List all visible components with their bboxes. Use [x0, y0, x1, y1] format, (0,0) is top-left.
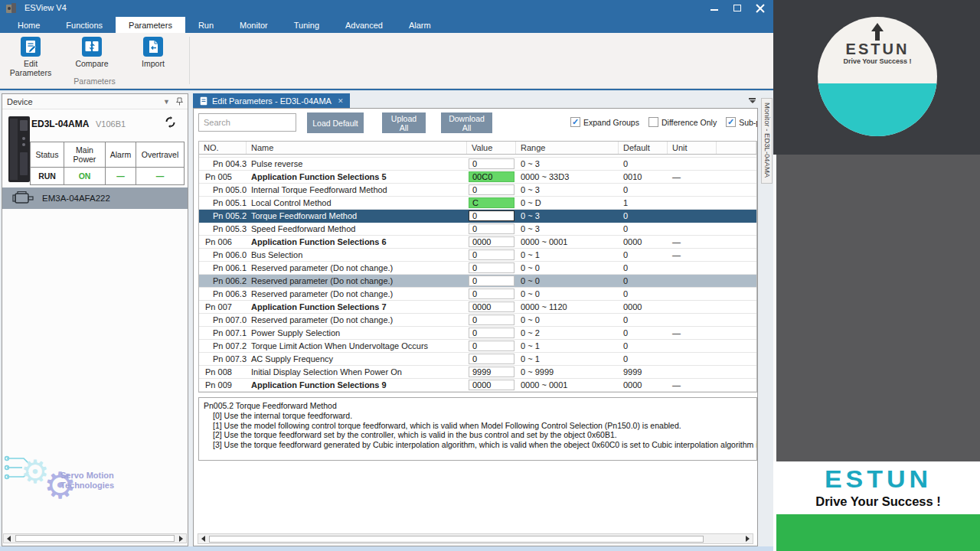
param-range: 0000 ~ 33D3 — [516, 172, 619, 181]
param-value-cell: C — [467, 197, 516, 209]
param-unit: — — [668, 380, 717, 390]
checkbox-unchecked-icon[interactable] — [648, 117, 658, 127]
param-row[interactable]: Pn 007.0Reserved parameter (Do not chang… — [199, 314, 756, 327]
param-value-input[interactable]: 00C0 — [469, 171, 514, 182]
menu-tab-tuning[interactable]: Tuning — [281, 17, 332, 33]
param-row[interactable]: Pn 009Application Function Selections 90… — [199, 379, 756, 392]
checkbox-expand-groups[interactable]: ✓Expand Groups — [570, 117, 639, 127]
param-row[interactable]: Pn 005.1Local Control MethodC0 ~ D1 — [199, 197, 756, 210]
menu-tab-alarm[interactable]: Alarm — [396, 17, 444, 33]
minimize-button[interactable] — [703, 0, 726, 17]
param-value-input[interactable]: 0 — [469, 223, 514, 234]
param-row[interactable]: Pn 007.1Power Supply Selection00 ~ 20— — [199, 327, 756, 340]
column-header: Default — [619, 142, 668, 154]
param-value-input[interactable]: 9999 — [469, 367, 514, 377]
menu-tab-parameters[interactable]: Parameters — [116, 17, 185, 33]
param-name: Application Function Selections 6 — [247, 237, 467, 246]
param-row[interactable]: Pn 007Application Function Selections 70… — [199, 301, 756, 314]
checkbox-difference-only[interactable]: Difference Only — [648, 117, 717, 127]
param-row[interactable]: Pn 006.1Reserved parameter (Do not chang… — [199, 262, 756, 275]
param-value-input[interactable]: 0000 — [469, 302, 514, 312]
sticker-slogan: Drive Your Success ! — [818, 57, 937, 65]
param-row[interactable]: Pn 007.2Torque Limit Action When Undervo… — [199, 340, 756, 353]
param-row[interactable]: Pn 007.3AC Supply Frequency00 ~ 10 — [199, 353, 756, 366]
param-value-input[interactable]: 0 — [469, 184, 514, 195]
param-row[interactable]: Pn 005Application Function Selections 50… — [199, 171, 756, 184]
collapse-icon[interactable]: ▼ — [163, 98, 170, 106]
download-all-button[interactable]: Download All — [441, 112, 492, 133]
menu-tab-monitor[interactable]: Monitor — [227, 17, 281, 33]
menu-tab-home[interactable]: Home — [5, 17, 53, 33]
table-hscrollbar[interactable] — [198, 533, 753, 544]
param-value-input[interactable]: 0 — [469, 249, 514, 260]
status-value-cell: RUN — [31, 168, 64, 184]
checkbox-checked-icon[interactable]: ✓ — [726, 117, 736, 127]
param-value-input[interactable]: 0 — [469, 276, 514, 286]
scroll-right-icon[interactable] — [743, 534, 753, 543]
maximize-button[interactable] — [726, 0, 749, 17]
upload-all-button[interactable]: Upload All — [382, 112, 426, 133]
param-no: Pn 005.1 — [199, 198, 247, 207]
param-value-input[interactable]: 0 — [469, 210, 514, 221]
param-no: Pn 005.0 — [199, 185, 247, 194]
param-value-input[interactable]: 0 — [469, 262, 514, 273]
status-value-cell: — — [136, 168, 184, 184]
pin-icon[interactable] — [176, 97, 183, 106]
status-header-cell: Alarm — [106, 142, 136, 168]
param-row[interactable]: Pn 006Application Function Selections 60… — [199, 236, 756, 249]
editor-tab[interactable]: Edit Parameters - ED3L-04AMA ✕ — [193, 93, 350, 108]
param-value-input[interactable]: 0 — [469, 289, 514, 299]
param-unit: — — [668, 250, 717, 259]
param-row[interactable]: Pn 005.0Internal Torque Feedforward Meth… — [199, 184, 756, 197]
motor-list-item[interactable]: EM3A-04AFA222 — [2, 187, 188, 209]
banner-green-band — [773, 514, 980, 551]
connection-status-icon[interactable] — [164, 116, 177, 129]
param-value-input[interactable]: 0 — [469, 328, 514, 338]
menu-tab-run[interactable]: Run — [185, 17, 227, 33]
param-row[interactable]: Pn 004.3Pulse reverse00 ~ 30 — [199, 158, 756, 171]
param-value-input[interactable]: C — [469, 197, 514, 208]
device-panel-hscrollbar[interactable] — [3, 533, 187, 543]
checkbox-sub-p[interactable]: ✓Sub-p — [726, 117, 757, 127]
param-range: 0 ~ 3 — [516, 159, 619, 168]
scroll-right-icon[interactable] — [176, 534, 186, 543]
scrollbar-thumb[interactable] — [209, 536, 704, 543]
param-value-cell: 0 — [467, 314, 516, 326]
window-controls — [703, 0, 772, 17]
scroll-left-icon[interactable] — [198, 534, 208, 543]
compare-button[interactable]: Compare — [67, 37, 117, 68]
param-value-input[interactable]: 0000 — [469, 236, 514, 247]
param-range: 0 ~ 9999 — [516, 367, 619, 377]
menu-tab-functions[interactable]: Functions — [53, 17, 116, 33]
param-value-input[interactable]: 0 — [469, 158, 514, 169]
param-value-cell: 0 — [467, 249, 516, 261]
search-input[interactable] — [198, 113, 296, 132]
param-value-input[interactable]: 0 — [469, 315, 514, 325]
column-header: Range — [516, 142, 619, 154]
param-value-cell: 0000 — [467, 379, 516, 391]
param-row[interactable]: Pn 005.3Speed Feedforward Method00 ~ 30 — [199, 223, 756, 236]
param-row[interactable]: Pn 006.0Bus Selection00 ~ 10— — [199, 249, 756, 262]
param-default: 0 — [619, 211, 668, 220]
param-value-input[interactable]: 0 — [469, 341, 514, 351]
menu-tab-advanced[interactable]: Advanced — [332, 17, 396, 33]
param-row[interactable]: Pn 006.3Reserved parameter (Do not chang… — [199, 288, 756, 301]
close-button[interactable] — [749, 0, 772, 17]
import-button[interactable]: Import — [128, 37, 178, 68]
load-default-button[interactable]: Load Default — [307, 112, 364, 133]
scrollbar-thumb[interactable] — [15, 535, 175, 542]
param-value-input[interactable]: 0000 — [469, 380, 514, 390]
checkbox-checked-icon[interactable]: ✓ — [570, 117, 580, 127]
window-title: ESView V4 — [24, 3, 67, 12]
param-row[interactable]: Pn 005.2Torque Feedforward Method00 ~ 30 — [199, 210, 756, 223]
edit-parameters-button[interactable]: Edit Parameters — [5, 37, 56, 77]
scroll-left-icon[interactable] — [4, 534, 14, 543]
param-row[interactable]: Pn 008Initial Display Selection When Pow… — [199, 366, 756, 379]
device-model: ED3L-04AMA — [31, 119, 89, 129]
param-row[interactable]: Pn 006.2Reserved parameter (Do not chang… — [199, 275, 756, 288]
param-value-input[interactable]: 0 — [469, 354, 514, 364]
tab-close-icon[interactable]: ✕ — [338, 97, 344, 105]
monitor-side-tab[interactable]: Monitor - ED3L-04AMA — [761, 98, 773, 184]
description-title: Pn005.2 Torque Feedforward Method — [204, 401, 752, 411]
tab-list-icon[interactable] — [748, 98, 756, 104]
